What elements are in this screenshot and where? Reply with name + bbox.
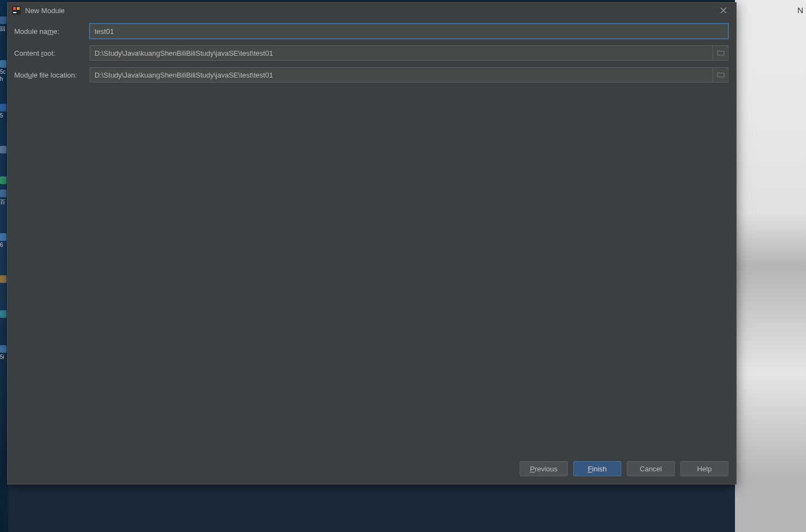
intellij-icon bbox=[12, 6, 21, 15]
cancel-button[interactable]: Cancel bbox=[627, 461, 675, 476]
dialog-title-bar: New Module bbox=[8, 3, 736, 18]
desktop-icon-column: 回 5c h 5 百 6 5i bbox=[0, 0, 7, 532]
svg-rect-3 bbox=[13, 12, 16, 13]
content-root-input[interactable] bbox=[90, 45, 713, 61]
previous-button[interactable]: Previous bbox=[520, 461, 568, 476]
finish-button[interactable]: Finish bbox=[573, 461, 621, 476]
ide-background-overlay bbox=[735, 0, 806, 532]
module-file-location-browse-button[interactable] bbox=[713, 67, 728, 82]
folder-icon bbox=[717, 72, 725, 78]
module-name-label: Module name: bbox=[13, 27, 90, 36]
content-root-browse-button[interactable] bbox=[713, 45, 728, 61]
module-file-location-label: Module file location: bbox=[13, 71, 90, 79]
svg-rect-1 bbox=[13, 7, 16, 10]
module-name-row: Module name: bbox=[13, 23, 728, 39]
dialog-button-bar: Previous Finish Cancel Help bbox=[8, 456, 736, 484]
folder-icon bbox=[717, 50, 725, 56]
close-button[interactable] bbox=[715, 4, 732, 17]
content-root-label: Content root: bbox=[13, 49, 90, 57]
dialog-content: Module name: Content root: Module f bbox=[8, 18, 736, 456]
background-character: N bbox=[797, 5, 803, 15]
dialog-title: New Module bbox=[25, 7, 715, 15]
module-file-location-input[interactable] bbox=[90, 67, 713, 82]
module-file-location-row: Module file location: bbox=[13, 67, 728, 82]
help-button[interactable]: Help bbox=[680, 461, 728, 476]
close-icon bbox=[720, 7, 727, 14]
new-module-dialog: New Module Module name: Content root: bbox=[7, 2, 737, 484]
svg-rect-2 bbox=[17, 7, 20, 10]
content-root-row: Content root: bbox=[13, 45, 728, 61]
module-name-input[interactable] bbox=[90, 23, 728, 39]
